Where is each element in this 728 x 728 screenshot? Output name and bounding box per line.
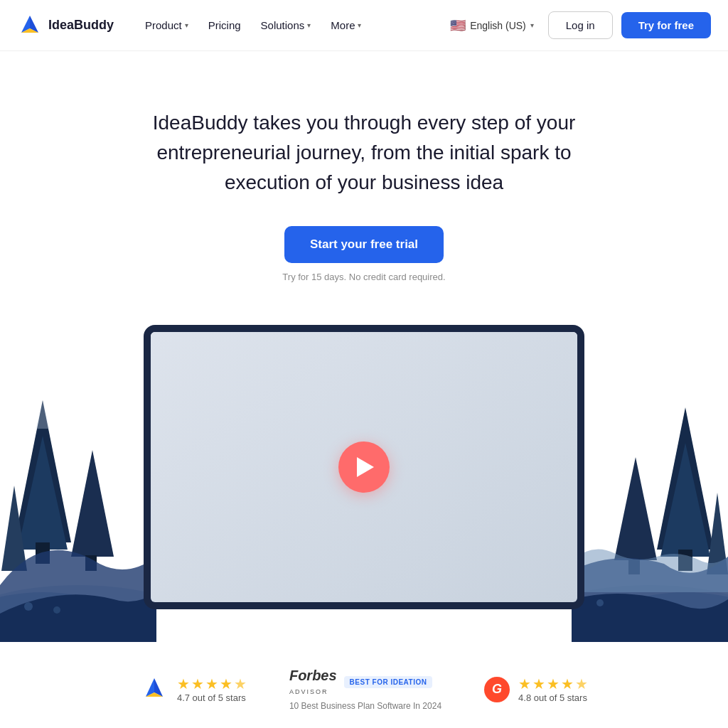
nav-pricing[interactable]: Pricing xyxy=(200,14,250,37)
chevron-down-icon: ▾ xyxy=(185,21,188,29)
trial-note: Try for 15 days. No credit card required… xyxy=(17,272,711,282)
g2-stars: ★ ★ ★ ★ ★ xyxy=(518,675,588,692)
video-frame xyxy=(144,325,584,609)
g2-rating-info: ★ ★ ★ ★ ★ 4.8 out of 5 stars xyxy=(518,675,588,703)
g2-logo-icon: G xyxy=(484,677,510,702)
star-2: ★ xyxy=(191,675,204,692)
nav-links: Product ▾ Pricing Solutions ▾ More ▾ xyxy=(136,14,444,37)
chevron-down-icon: ▾ xyxy=(530,21,534,29)
nav-right: 🇺🇸 English (US) ▾ Log in Try for free xyxy=(444,11,711,39)
ratings-section: ★ ★ ★ ★ ★ 4.7 out of 5 stars Forbes ADVI… xyxy=(0,645,728,728)
nav-more[interactable]: More ▾ xyxy=(322,14,370,37)
language-selector[interactable]: 🇺🇸 English (US) ▾ xyxy=(444,15,540,36)
ideabuddy-rating: ★ ★ ★ ★ ★ 4.7 out of 5 stars xyxy=(140,675,247,704)
video-section xyxy=(0,325,728,645)
logo-text: IdeaBuddy xyxy=(48,18,114,33)
star-1: ★ xyxy=(518,675,531,692)
star-4: ★ xyxy=(561,675,574,692)
star-3: ★ xyxy=(547,675,560,692)
play-button[interactable] xyxy=(338,441,390,493)
nav-product[interactable]: Product ▾ xyxy=(136,14,197,37)
navbar: IdeaBuddy Product ▾ Pricing Solutions ▾ … xyxy=(0,0,728,51)
video-wrapper xyxy=(0,325,728,609)
video-player[interactable] xyxy=(151,332,577,602)
star-3: ★ xyxy=(205,675,218,692)
chevron-down-icon: ▾ xyxy=(358,21,361,29)
forbes-rating: Forbes ADVISOR BEST FOR IDEATION 10 Best… xyxy=(289,668,441,711)
g2-score: 4.8 out of 5 stars xyxy=(518,692,588,703)
try-for-free-button[interactable]: Try for free xyxy=(621,12,711,38)
g2-rating: G ★ ★ ★ ★ ★ 4.8 out of 5 stars xyxy=(484,675,588,703)
ideabuddy-logo-icon xyxy=(140,675,168,704)
star-1: ★ xyxy=(177,675,190,692)
forbes-logo: Forbes ADVISOR xyxy=(289,668,337,697)
ideabuddy-rating-info: ★ ★ ★ ★ ★ 4.7 out of 5 stars xyxy=(177,675,247,703)
flag-icon: 🇺🇸 xyxy=(450,18,466,33)
hero-title: IdeaBuddy takes you through every step o… xyxy=(151,108,577,198)
forbes-logo-row: Forbes ADVISOR BEST FOR IDEATION xyxy=(289,668,441,697)
forbes-best-badge: BEST FOR IDEATION xyxy=(344,676,433,688)
chevron-down-icon: ▾ xyxy=(307,21,311,29)
play-icon xyxy=(357,457,374,477)
logo[interactable]: IdeaBuddy xyxy=(17,13,114,38)
star-4: ★ xyxy=(220,675,232,692)
star-5-half: ★ xyxy=(575,675,588,692)
ideabuddy-score: 4.7 out of 5 stars xyxy=(177,692,247,703)
start-trial-button[interactable]: Start your free trial xyxy=(284,226,444,263)
login-button[interactable]: Log in xyxy=(548,11,613,39)
nav-solutions[interactable]: Solutions ▾ xyxy=(252,14,320,37)
star-2: ★ xyxy=(532,675,545,692)
forbes-subtitle: 10 Best Business Plan Software In 2024 xyxy=(289,701,441,711)
star-5-half: ★ xyxy=(234,675,247,692)
hero-section: IdeaBuddy takes you through every step o… xyxy=(0,51,728,311)
ideabuddy-stars: ★ ★ ★ ★ ★ xyxy=(177,675,247,692)
